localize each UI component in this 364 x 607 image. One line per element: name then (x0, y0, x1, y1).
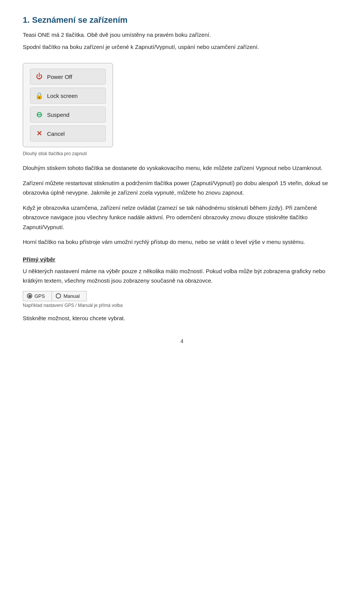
menu-item-suspend-label: Suspend (47, 112, 69, 118)
power-menu-box: ⏻ Power Off 🔒 Lock screen ⊖ Suspend ✕ Ca… (23, 63, 113, 147)
lock-icon: 🔒 (35, 91, 43, 100)
radio-label-manual: Manual (63, 293, 80, 299)
menu-item-cancel-label: Cancel (47, 131, 65, 137)
menu-item-suspend: ⊖ Suspend (30, 107, 106, 123)
menu-item-lock-label: Lock screen (47, 93, 78, 99)
radio-option-manual[interactable]: Manual (52, 291, 87, 301)
section-heading-direct-selection: Přímý výběr (23, 256, 341, 263)
radio-option-gps[interactable]: GPS (23, 291, 52, 301)
suspend-icon: ⊖ (35, 110, 43, 119)
menu-item-power-label: Power Off (47, 74, 72, 80)
radio-label-gps: GPS (35, 293, 45, 299)
page-title: 1. Seznámení se zařízením (23, 15, 341, 25)
page-number: 4 (23, 338, 341, 344)
radio-circle-manual (56, 293, 61, 299)
menu-caption: Dlouhý stisk tlačítka pro zapnutí (23, 151, 341, 156)
power-icon: ⏻ (35, 72, 43, 81)
paragraph6: Stiskněte možnost, kterou chcete vybrat. (23, 313, 341, 323)
cancel-icon: ✕ (35, 129, 43, 138)
paragraph1: Dlouhým stiskem tohoto tlačítka se dosta… (23, 163, 341, 173)
menu-item-lock: 🔒 Lock screen (30, 88, 106, 104)
intro-line2: Spodní tlačítko na boku zařízení je urče… (23, 42, 341, 52)
paragraph5: U některých nastavení máme na výběr pouz… (23, 266, 341, 286)
radio-circle-gps (27, 293, 32, 299)
intro-line1: Teasi ONE má 2 tlačítka. Obě dvě jsou um… (23, 30, 341, 39)
radio-demo: GPS Manual (23, 291, 341, 301)
menu-item-power: ⏻ Power Off (30, 69, 106, 85)
paragraph4: Horní tlačítko na boku přístroje vám umo… (23, 237, 341, 247)
paragraph3: Když je obrazovka uzamčena, zařízení nel… (23, 203, 341, 232)
menu-item-cancel: ✕ Cancel (30, 126, 106, 142)
paragraph2: Zařízení můžete restartovat stisknutím a… (23, 178, 341, 198)
radio-caption: Například nastavení GPS / Manuál je přím… (23, 303, 341, 308)
